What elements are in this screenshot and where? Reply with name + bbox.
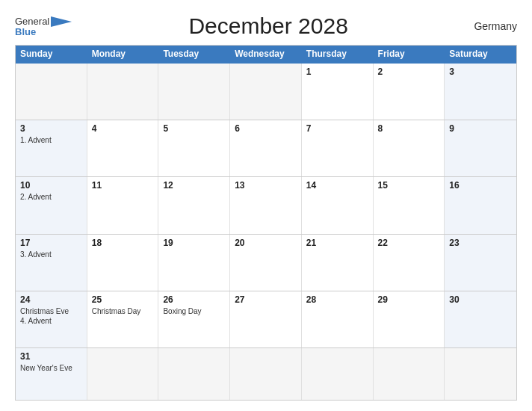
day-number-w3-d3: 20 — [235, 238, 297, 248]
week-row-2: 102. Advent111213141516 — [16, 176, 516, 233]
day-cell-w3-d6: 23 — [445, 235, 516, 291]
day-cell-w5-d0: 31New Year's Eve — [16, 348, 87, 400]
col-sunday: Sunday — [16, 46, 87, 62]
day-cell-w1-d6: 9 — [445, 120, 516, 176]
day-cell-w0-d2 — [158, 64, 230, 120]
week-row-5: 31New Year's Eve — [16, 347, 516, 400]
day-cell-w1-d4: 7 — [302, 120, 374, 176]
day-cell-w4-d5: 29 — [374, 291, 445, 347]
col-saturday: Saturday — [445, 46, 516, 62]
day-cell-w1-d5: 8 — [374, 120, 445, 176]
day-cell-w3-d4: 21 — [302, 235, 374, 291]
day-number-w2-d1: 11 — [92, 180, 154, 191]
day-number-w1-d2: 5 — [163, 123, 225, 134]
day-cell-w0-d5: 2 — [374, 64, 445, 120]
day-cell-w2-d2: 12 — [158, 177, 230, 233]
page: General Blue December 2028 Germany Sunda… — [0, 0, 532, 411]
day-cell-w1-d1: 4 — [87, 120, 159, 176]
day-event-w4-d2-e0: Boxing Day — [163, 306, 225, 316]
column-headers: Sunday Monday Tuesday Wednesday Thursday… — [16, 46, 516, 62]
day-number-w4-d1: 25 — [92, 294, 154, 305]
day-number-w1-d0: 3 — [20, 123, 82, 134]
day-cell-w5-d6 — [445, 348, 516, 400]
day-cell-w3-d0: 173. Advent — [16, 235, 87, 291]
day-number-w4-d5: 29 — [378, 294, 440, 305]
day-number-w4-d6: 30 — [449, 294, 512, 305]
day-cell-w3-d2: 19 — [158, 235, 230, 291]
logo-flag-icon — [51, 16, 72, 27]
day-number-w4-d3: 27 — [235, 294, 297, 305]
day-number-w4-d4: 28 — [306, 294, 368, 305]
day-number-w3-d1: 18 — [92, 238, 154, 248]
day-number-w2-d2: 12 — [163, 180, 225, 191]
day-cell-w1-d3: 6 — [230, 120, 302, 176]
calendar-grid: Sunday Monday Tuesday Wednesday Thursday… — [15, 45, 517, 401]
day-number-w2-d5: 15 — [378, 180, 440, 191]
day-cell-w0-d1 — [87, 64, 159, 120]
day-cell-w4-d0: 24Christmas Eve4. Advent — [16, 291, 87, 347]
logo-blue-text: Blue — [15, 27, 36, 37]
week-row-4: 24Christmas Eve4. Advent25Christmas Day2… — [16, 291, 516, 347]
day-event-w5-d0-e0: New Year's Eve — [20, 363, 82, 373]
day-cell-w4-d4: 28 — [302, 291, 374, 347]
svg-marker-0 — [51, 16, 72, 27]
day-cell-w0-d0 — [16, 64, 87, 120]
day-number-w5-d0: 31 — [20, 351, 82, 362]
day-cell-w5-d4 — [302, 348, 374, 400]
day-number-w2-d6: 16 — [449, 180, 512, 191]
day-number-w0-d5: 2 — [378, 67, 440, 77]
day-event-w1-d0-e0: 1. Advent — [20, 135, 82, 145]
day-number-w4-d2: 26 — [163, 294, 225, 305]
day-number-w3-d0: 17 — [20, 238, 82, 248]
logo-general-text: General — [15, 16, 49, 26]
logo: General Blue — [15, 16, 72, 37]
day-number-w4-d0: 24 — [20, 294, 82, 305]
day-cell-w4-d6: 30 — [445, 291, 516, 347]
day-event-w3-d0-e0: 3. Advent — [20, 250, 82, 259]
week-row-3: 173. Advent181920212223 — [16, 234, 516, 291]
day-cell-w0-d6: 3 — [445, 64, 516, 120]
col-friday: Friday — [374, 46, 445, 62]
day-cell-w0-d4: 1 — [302, 64, 374, 120]
day-cell-w5-d5 — [374, 348, 445, 400]
calendar-title: December 2028 — [72, 13, 465, 39]
header: General Blue December 2028 Germany — [15, 13, 517, 39]
day-cell-w2-d4: 14 — [302, 177, 374, 233]
day-cell-w2-d0: 102. Advent — [16, 177, 87, 233]
day-number-w1-d4: 7 — [306, 123, 368, 134]
day-number-w1-d6: 9 — [449, 123, 512, 134]
col-thursday: Thursday — [302, 46, 374, 62]
day-event-w4-d0-e0: Christmas Eve — [20, 306, 82, 316]
day-cell-w2-d6: 16 — [445, 177, 516, 233]
day-cell-w3-d3: 20 — [230, 235, 302, 291]
day-number-w3-d6: 23 — [449, 238, 512, 248]
day-number-w1-d3: 6 — [235, 123, 297, 134]
day-event-w2-d0-e0: 2. Advent — [20, 192, 82, 202]
country-label: Germany — [465, 20, 517, 32]
day-cell-w1-d0: 31. Advent — [16, 120, 87, 176]
day-event-w4-d1-e0: Christmas Day — [92, 306, 154, 316]
day-cell-w0-d3 — [230, 64, 302, 120]
day-cell-w3-d5: 22 — [374, 235, 445, 291]
day-cell-w5-d2 — [158, 348, 230, 400]
day-cell-w3-d1: 18 — [87, 235, 159, 291]
day-cell-w2-d5: 15 — [374, 177, 445, 233]
day-number-w2-d4: 14 — [306, 180, 368, 191]
day-number-w3-d5: 22 — [378, 238, 440, 248]
day-number-w0-d4: 1 — [306, 67, 368, 77]
day-cell-w5-d1 — [87, 348, 159, 400]
day-number-w3-d2: 19 — [163, 238, 225, 248]
week-row-0: 123 — [16, 62, 516, 120]
day-cell-w2-d1: 11 — [87, 177, 159, 233]
col-tuesday: Tuesday — [158, 46, 230, 62]
day-number-w2-d3: 13 — [235, 180, 297, 191]
day-cell-w1-d2: 5 — [158, 120, 230, 176]
day-cell-w5-d3 — [230, 348, 302, 400]
day-number-w1-d1: 4 — [92, 123, 154, 134]
day-number-w3-d4: 21 — [306, 238, 368, 248]
day-event-w4-d0-e1: 4. Advent — [20, 316, 82, 326]
col-monday: Monday — [87, 46, 159, 62]
day-cell-w2-d3: 13 — [230, 177, 302, 233]
day-number-w2-d0: 10 — [20, 180, 82, 191]
col-wednesday: Wednesday — [230, 46, 302, 62]
